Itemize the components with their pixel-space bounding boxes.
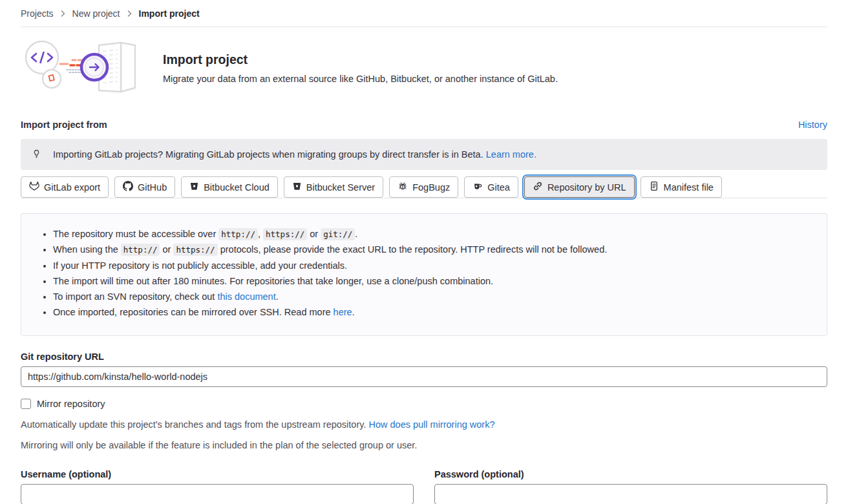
breadcrumb-import-project: Import project — [139, 8, 200, 19]
mirror-help-text: Automatically update this project's bran… — [21, 419, 827, 430]
code-span: git:// — [321, 228, 355, 240]
gitea-icon — [472, 181, 483, 193]
ssh-mirror-here-link[interactable]: here — [334, 307, 352, 317]
password-input[interactable] — [434, 484, 827, 504]
import-source-fogbugz-button[interactable]: FogBugz — [389, 176, 458, 198]
note-item: To import an SVN repository, check out t… — [53, 290, 811, 304]
git-repo-url-input[interactable] — [21, 366, 827, 387]
pull-mirroring-link[interactable]: How does pull mirroring work? — [368, 419, 494, 430]
import-source-buttons: GitLab export GitHub Bitbucket Cloud — [21, 176, 827, 198]
mirror-repository-checkbox[interactable] — [21, 399, 31, 409]
beta-banner-text: Importing GitLab projects? Migrating Git… — [53, 149, 536, 160]
page-header: Import project Migrate your data from an… — [21, 27, 827, 113]
document-icon — [649, 181, 659, 193]
import-from-label: Import project from — [21, 120, 107, 130]
link-icon — [533, 181, 543, 193]
code-span: http:// — [121, 244, 160, 256]
mirror-repository-label[interactable]: Mirror repository — [37, 399, 105, 409]
mirror-repository-row: Mirror repository — [21, 399, 827, 409]
code-span: https:// — [263, 228, 307, 240]
note-item: The import will time out after 180 minut… — [53, 275, 811, 288]
repository-notes-box: The repository must be accessible over h… — [21, 213, 827, 336]
import-source-gitea-button[interactable]: Gitea — [464, 176, 518, 198]
import-source-gitlab-export-button[interactable]: GitLab export — [21, 176, 109, 198]
bitbucket-icon — [292, 182, 302, 193]
username-field-group: Username (optional) — [21, 453, 414, 504]
tanuki-icon — [29, 181, 39, 193]
import-source-bitbucket-server-button[interactable]: Bitbucket Server — [284, 176, 383, 198]
chevron-right-icon — [127, 10, 132, 17]
import-source-github-button[interactable]: GitHub — [114, 176, 175, 198]
page-title: Import project — [163, 52, 558, 67]
import-source-manifest-file-button[interactable]: Manifest file — [641, 176, 722, 198]
bug-icon — [398, 181, 408, 193]
code-span: https:// — [173, 244, 217, 256]
breadcrumb: Projects New project Import project — [21, 0, 827, 26]
import-illustration — [21, 37, 143, 99]
breadcrumb-projects[interactable]: Projects — [21, 8, 54, 19]
password-field-group: Password (optional) — [434, 453, 827, 504]
import-source-bitbucket-cloud-button[interactable]: Bitbucket Cloud — [181, 176, 278, 198]
credentials-grid: Username (optional) Password (optional) — [21, 453, 827, 504]
password-label: Password (optional) — [434, 469, 827, 479]
svn-document-link[interactable]: this document — [217, 291, 275, 302]
code-span: http:// — [218, 228, 258, 240]
import-source-repo-by-url-button[interactable]: Repository by URL — [524, 176, 635, 198]
beta-banner: Importing GitLab projects? Migrating Git… — [21, 139, 827, 170]
github-icon — [123, 181, 133, 193]
learn-more-link[interactable]: Learn more. — [486, 149, 536, 160]
note-item: The repository must be accessible over h… — [53, 227, 811, 241]
page-description: Migrate your data from an external sourc… — [163, 74, 558, 84]
import-project-page: Projects New project Import project — [0, 0, 848, 504]
chevron-right-icon — [60, 10, 66, 17]
repository-notes-list: The repository must be accessible over h… — [37, 227, 811, 320]
note-item: If your HTTP repository is not publicly … — [53, 259, 811, 273]
breadcrumb-new-project[interactable]: New project — [72, 8, 120, 19]
history-link[interactable]: History — [798, 120, 827, 130]
note-item: When using the http:// or https:// proto… — [53, 243, 811, 257]
git-repo-url-label: Git repository URL — [21, 352, 827, 362]
bitbucket-icon — [189, 182, 199, 193]
section-divider — [21, 198, 827, 198]
username-label: Username (optional) — [21, 469, 414, 479]
mirror-plan-note: Mirroring will only be available if the … — [21, 440, 827, 450]
import-from-row: Import project from History — [21, 120, 827, 130]
username-input[interactable] — [21, 484, 414, 504]
lightbulb-icon — [31, 148, 42, 161]
note-item: Once imported, repositories can be mirro… — [53, 306, 811, 319]
